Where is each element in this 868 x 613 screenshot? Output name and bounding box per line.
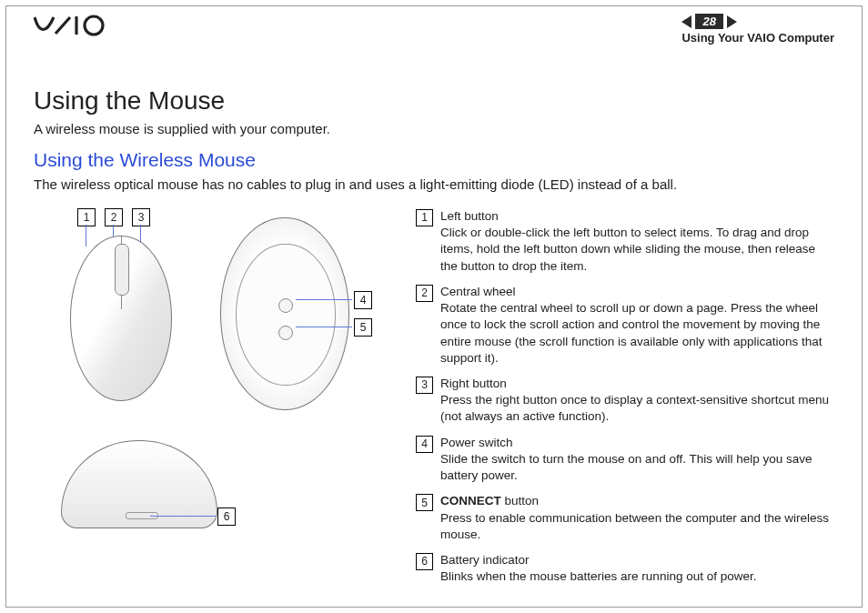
legend-title: Battery indicator xyxy=(440,552,756,568)
figure-area: 1 2 3 4 5 6 xyxy=(34,208,379,545)
legend-list: 1 Left button Click or double-click the … xyxy=(416,208,834,594)
vaio-logo xyxy=(34,14,125,41)
page-title: Using the Mouse xyxy=(34,86,834,116)
legend-item: 5 CONNECT button Press to enable communi… xyxy=(416,493,834,543)
legend-item: 1 Left button Click or double-click the … xyxy=(416,208,834,275)
legend-title: Power switch xyxy=(440,435,834,451)
section-title: Using the Wireless Mouse xyxy=(34,149,834,171)
page: 28 Using Your VAIO Computer Using the Mo… xyxy=(5,5,863,608)
legend-number: 4 xyxy=(416,436,433,453)
mouse-underside-illustration xyxy=(220,217,349,410)
legend-title: Central wheel xyxy=(440,284,834,300)
header-right: 28 Using Your VAIO Computer xyxy=(681,14,834,45)
callout-4: 4 xyxy=(354,291,372,309)
legend-text: CONNECT button Press to enable communica… xyxy=(440,493,834,543)
next-page-arrow[interactable] xyxy=(727,15,737,28)
legend-desc: Slide the switch to turn the mouse on an… xyxy=(440,451,834,484)
legend-number: 6 xyxy=(416,553,433,570)
callout-2: 2 xyxy=(105,208,123,226)
page-number: 28 xyxy=(695,14,722,29)
section-text: The wireless optical mouse has no cables… xyxy=(34,176,834,192)
callout-6: 6 xyxy=(217,507,236,526)
legend-desc: Press to enable communication between th… xyxy=(440,510,834,543)
legend-item: 2 Central wheel Rotate the central wheel… xyxy=(416,284,834,367)
legend-text: Battery indicator Blinks when the mouse … xyxy=(440,552,756,585)
breadcrumb: Using Your VAIO Computer xyxy=(681,31,834,45)
leader-line xyxy=(296,299,352,300)
legend-desc: Press the right button once to display a… xyxy=(440,392,834,425)
callout-3: 3 xyxy=(132,208,150,226)
leader-line xyxy=(86,225,86,246)
legend-desc: Blinks when the mouse batteries are runn… xyxy=(440,568,756,585)
legend-item: 6 Battery indicator Blinks when the mous… xyxy=(416,552,834,585)
legend-item: 4 Power switch Slide the switch to turn … xyxy=(416,435,834,485)
legend-number: 5 xyxy=(416,494,433,511)
legend-text: Right button Press the right button once… xyxy=(440,376,834,426)
legend-desc: Rotate the central wheel to scroll up or… xyxy=(440,300,834,367)
legend-text: Left button Click or double-click the le… xyxy=(440,208,834,275)
figure-bottom: 6 xyxy=(34,427,379,545)
legend-text: Central wheel Rotate the central wheel t… xyxy=(440,284,834,367)
header: 28 Using Your VAIO Computer xyxy=(34,14,834,50)
legend-desc: Click or double-click the left button to… xyxy=(440,225,834,275)
legend-number: 3 xyxy=(416,377,433,394)
legend-item: 3 Right button Press the right button on… xyxy=(416,376,834,426)
callout-1: 1 xyxy=(77,208,96,226)
mouse-top-illustration xyxy=(70,236,172,401)
legend-text: Power switch Slide the switch to turn th… xyxy=(440,435,834,485)
page-nav: 28 xyxy=(681,14,834,29)
legend-number: 1 xyxy=(416,209,433,226)
legend-title: Right button xyxy=(440,376,834,392)
legend-title: Left button xyxy=(440,208,834,225)
legend-number: 2 xyxy=(416,285,433,302)
legend-title: CONNECT button xyxy=(440,493,834,509)
content-columns: 1 2 3 4 5 6 xyxy=(34,208,834,594)
svg-point-1 xyxy=(85,16,103,35)
leader-line xyxy=(296,327,352,327)
leader-line xyxy=(150,516,216,517)
prev-page-arrow[interactable] xyxy=(681,15,691,28)
callout-5: 5 xyxy=(354,318,372,337)
lead-text: A wireless mouse is supplied with your c… xyxy=(34,121,834,136)
figure-top: 1 2 3 4 5 xyxy=(34,208,379,417)
